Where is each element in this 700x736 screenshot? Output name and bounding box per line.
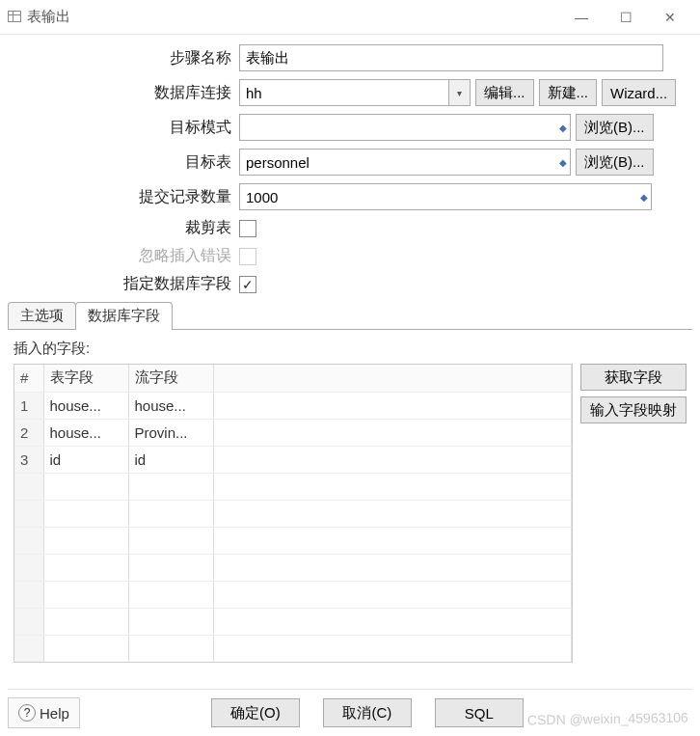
table-row[interactable]: 1 house... house... <box>14 392 572 419</box>
col-num-header: # <box>14 365 43 392</box>
browse-schema-button[interactable]: 浏览(B)... <box>576 114 654 141</box>
watermark: CSDN @weixin_45963106 <box>527 710 688 728</box>
specify-fields-checkbox[interactable] <box>239 276 256 293</box>
table-row[interactable] <box>14 473 572 500</box>
step-name-input[interactable] <box>239 44 663 71</box>
col-spacer <box>213 365 572 392</box>
ok-button[interactable]: 确定(O) <box>211 698 300 727</box>
window-title: 表输出 <box>27 8 559 26</box>
field-mapping-button[interactable]: 输入字段映射 <box>580 396 687 423</box>
target-table-input[interactable] <box>239 149 571 176</box>
table-row[interactable] <box>14 527 572 554</box>
specify-fields-label: 指定数据库字段 <box>8 274 239 294</box>
target-schema-label: 目标模式 <box>8 118 239 138</box>
table-row[interactable] <box>14 608 572 635</box>
commit-size-input[interactable] <box>239 183 652 210</box>
table-output-icon <box>8 10 21 25</box>
table-row[interactable] <box>14 635 572 662</box>
target-table-label: 目标表 <box>8 152 239 173</box>
help-icon: ? <box>18 704 36 722</box>
truncate-label: 裁剪表 <box>8 218 239 238</box>
db-conn-label: 数据库连接 <box>8 83 239 103</box>
ignore-insert-err-checkbox <box>239 248 256 265</box>
db-conn-combo[interactable]: ▾ <box>239 79 471 106</box>
col-stream-field-header[interactable]: 流字段 <box>128 365 213 392</box>
maximize-button[interactable]: ☐ <box>604 2 648 33</box>
table-row[interactable] <box>14 581 572 608</box>
table-row[interactable] <box>14 500 572 527</box>
db-conn-input[interactable] <box>239 79 449 106</box>
browse-table-button[interactable]: 浏览(B)... <box>576 149 654 176</box>
dialog-content: 步骤名称 数据库连接 ▾ 编辑... 新建... Wizard... 目标模式 … <box>0 35 700 668</box>
table-header-row: # 表字段 流字段 <box>14 365 572 392</box>
target-schema-input[interactable] <box>239 114 571 141</box>
insert-fields-title: 插入的字段: <box>8 330 692 364</box>
table-row[interactable]: 3 id id <box>14 446 572 473</box>
help-button[interactable]: ? Help <box>8 697 80 728</box>
chevron-down-icon[interactable]: ▾ <box>449 79 471 106</box>
titlebar: 表输出 — ☐ ✕ <box>0 0 700 35</box>
step-name-label: 步骤名称 <box>8 48 239 68</box>
get-fields-button[interactable]: 获取字段 <box>580 364 687 391</box>
ignore-insert-err-label: 忽略插入错误 <box>8 246 239 266</box>
table-row[interactable] <box>14 554 572 581</box>
table-row[interactable]: 2 house... Provin... <box>14 419 572 446</box>
commit-size-label: 提交记录数量 <box>8 187 239 207</box>
sql-button[interactable]: SQL <box>435 698 524 727</box>
tab-main[interactable]: 主选项 <box>8 302 76 329</box>
minimize-button[interactable]: — <box>559 2 604 33</box>
wizard-button[interactable]: Wizard... <box>602 79 676 106</box>
fields-table[interactable]: # 表字段 流字段 1 house... house... 2 house...… <box>13 364 573 663</box>
cancel-button[interactable]: 取消(C) <box>323 698 412 727</box>
new-connection-button[interactable]: 新建... <box>539 79 598 106</box>
tab-bar: 主选项 数据库字段 <box>8 302 692 330</box>
edit-connection-button[interactable]: 编辑... <box>475 79 534 106</box>
col-table-field-header[interactable]: 表字段 <box>43 365 128 392</box>
truncate-checkbox[interactable] <box>239 220 256 237</box>
tab-db-fields[interactable]: 数据库字段 <box>75 302 173 329</box>
close-button[interactable]: ✕ <box>648 2 692 33</box>
